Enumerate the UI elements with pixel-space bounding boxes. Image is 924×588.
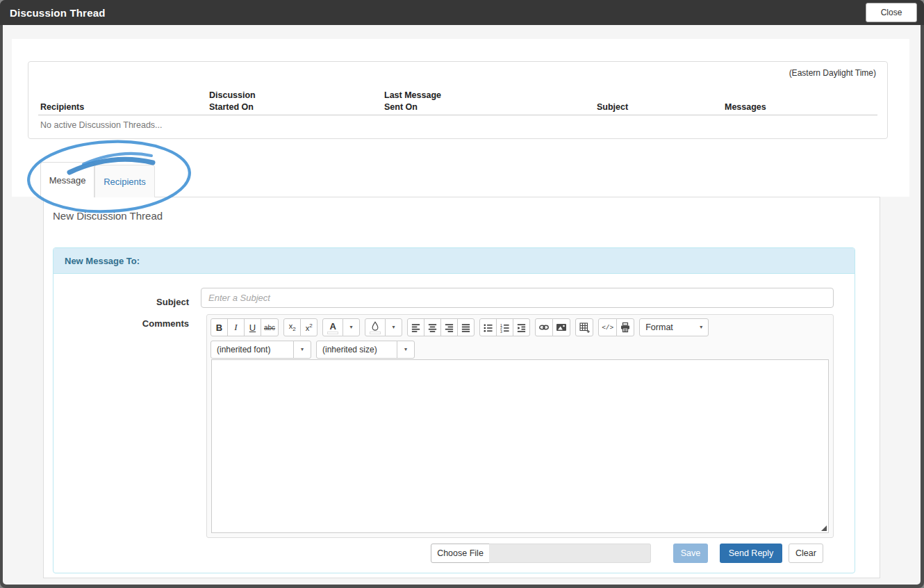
chevron-down-icon: ▾ bbox=[700, 325, 702, 330]
text-style-group: B I U abc bbox=[211, 318, 279, 336]
code-icon: </> bbox=[602, 324, 613, 332]
column-header-last-message-sent-on: Last Message Sent On bbox=[384, 90, 441, 113]
italic-icon: I bbox=[234, 322, 237, 333]
alignment-group bbox=[407, 318, 475, 336]
align-justify-button[interactable] bbox=[457, 318, 475, 336]
strikethrough-button[interactable]: abc bbox=[261, 318, 279, 336]
table-header-divider bbox=[38, 115, 877, 115]
numbered-list-button[interactable]: 123 bbox=[496, 318, 513, 336]
insert-table-button[interactable] bbox=[575, 318, 593, 336]
insert-table-icon bbox=[579, 322, 590, 333]
table-header-row: Recipients Discussion Started On Last Me… bbox=[28, 87, 887, 113]
print-icon bbox=[620, 322, 631, 333]
dialog-body: (Eastern Daylight Time) Recipients Discu… bbox=[3, 25, 921, 585]
format-dropdown[interactable]: Format ▾ bbox=[639, 318, 709, 336]
subject-label: Subject bbox=[71, 292, 189, 312]
align-left-icon bbox=[411, 322, 421, 333]
dialog-window: Discussion Thread Close (Eastern Dayligh… bbox=[0, 0, 924, 588]
editor-toolbar-row1: B I U abc x2 x2 bbox=[211, 318, 709, 336]
section-heading: New Discussion Thread bbox=[53, 210, 163, 222]
bullet-list-button[interactable] bbox=[479, 318, 497, 336]
droplet-icon bbox=[370, 321, 380, 331]
new-message-panel-header: New Message To: bbox=[53, 248, 855, 274]
save-button[interactable]: Save bbox=[673, 544, 708, 563]
insert-link-button[interactable] bbox=[535, 318, 553, 336]
file-name-area[interactable] bbox=[489, 544, 651, 563]
font-size-dropdown-button[interactable]: ▾ bbox=[397, 341, 415, 359]
font-color-swatch bbox=[327, 332, 338, 334]
close-button[interactable]: Close bbox=[866, 3, 917, 22]
chevron-down-icon: ▾ bbox=[301, 347, 304, 352]
bold-icon: B bbox=[216, 322, 222, 333]
font-family-dropdown-button[interactable]: ▾ bbox=[293, 341, 311, 359]
font-size-dropdown: (inherited size) ▾ bbox=[316, 341, 415, 359]
font-color-dropdown-button[interactable]: ▾ bbox=[343, 318, 360, 336]
comments-rich-text-editor: B I U abc x2 x2 bbox=[206, 314, 834, 538]
highlight-color-button[interactable] bbox=[365, 318, 386, 336]
font-color-icon: A bbox=[329, 322, 336, 331]
chevron-down-icon: ▾ bbox=[404, 347, 407, 352]
image-icon bbox=[556, 322, 567, 333]
column-header-recipients: Recipients bbox=[40, 101, 84, 113]
font-color-group: A ▾ bbox=[322, 318, 360, 336]
source-code-button[interactable]: </> bbox=[598, 318, 617, 336]
chevron-down-icon: ▾ bbox=[393, 325, 395, 330]
align-right-button[interactable] bbox=[440, 318, 458, 336]
underline-button[interactable]: U bbox=[244, 318, 261, 336]
subscript-icon: x2 bbox=[289, 322, 296, 332]
resize-handle[interactable] bbox=[821, 525, 827, 531]
empty-threads-message: No active Discussion Threads... bbox=[40, 120, 163, 130]
align-justify-icon bbox=[461, 322, 471, 333]
bullet-list-icon bbox=[483, 322, 493, 333]
subject-input[interactable] bbox=[201, 288, 834, 308]
insert-group bbox=[535, 318, 570, 336]
editor-toolbar-row2: (inherited font) ▾ (inherited size) ▾ bbox=[211, 341, 415, 359]
link-icon bbox=[538, 322, 550, 333]
title-bar: Discussion Thread Close bbox=[0, 0, 924, 25]
font-color-button[interactable]: A bbox=[322, 318, 343, 336]
italic-button[interactable]: I bbox=[227, 318, 245, 336]
font-size-value[interactable]: (inherited size) bbox=[316, 341, 397, 359]
highlight-color-swatch bbox=[370, 332, 381, 334]
svg-text:3: 3 bbox=[500, 329, 502, 333]
source-print-group: </> bbox=[598, 318, 634, 336]
actions-row: Choose File Save Send Reply Clear bbox=[53, 544, 855, 563]
underline-icon: U bbox=[249, 322, 256, 333]
column-header-messages: Messages bbox=[725, 101, 766, 113]
superscript-button[interactable]: x2 bbox=[300, 318, 317, 336]
align-center-button[interactable] bbox=[424, 318, 441, 336]
choose-file-button[interactable]: Choose File bbox=[431, 544, 490, 563]
column-header-subject: Subject bbox=[597, 101, 628, 113]
insert-image-button[interactable] bbox=[552, 318, 570, 336]
font-family-dropdown: (inherited font) ▾ bbox=[211, 341, 311, 359]
bold-button[interactable]: B bbox=[211, 318, 228, 336]
align-left-button[interactable] bbox=[407, 318, 424, 336]
indent-icon bbox=[516, 322, 527, 333]
comments-label: Comments bbox=[71, 318, 189, 329]
strikethrough-icon: abc bbox=[264, 324, 275, 332]
superscript-icon: x2 bbox=[306, 322, 313, 332]
highlight-color-group: ▾ bbox=[365, 318, 402, 336]
print-button[interactable] bbox=[616, 318, 634, 336]
align-right-icon bbox=[444, 322, 454, 333]
new-message-panel: New Message To: Subject Comments B I U a… bbox=[53, 247, 855, 573]
message-tab-panel: New Discussion Thread New Message To: Su… bbox=[43, 197, 880, 578]
script-group: x2 x2 bbox=[283, 318, 317, 336]
comments-edit-area[interactable] bbox=[211, 359, 829, 533]
numbered-list-icon: 123 bbox=[500, 322, 510, 333]
align-center-icon bbox=[427, 322, 438, 333]
indent-button[interactable] bbox=[513, 318, 530, 336]
highlight-color-dropdown-button[interactable]: ▾ bbox=[385, 318, 402, 336]
window-title: Discussion Thread bbox=[10, 7, 106, 19]
list-group: 123 bbox=[479, 318, 530, 336]
subscript-button[interactable]: x2 bbox=[283, 318, 301, 336]
discussion-threads-table: (Eastern Daylight Time) Recipients Discu… bbox=[28, 61, 888, 139]
table-group bbox=[575, 318, 593, 336]
send-reply-button[interactable]: Send Reply bbox=[720, 544, 782, 563]
clear-button[interactable]: Clear bbox=[789, 544, 823, 563]
timezone-note: (Eastern Daylight Time) bbox=[789, 68, 876, 78]
chevron-down-icon: ▾ bbox=[350, 325, 353, 330]
font-family-value[interactable]: (inherited font) bbox=[211, 341, 294, 359]
tab-recipients[interactable]: Recipients bbox=[94, 165, 155, 197]
tab-message[interactable]: Message bbox=[40, 162, 94, 197]
